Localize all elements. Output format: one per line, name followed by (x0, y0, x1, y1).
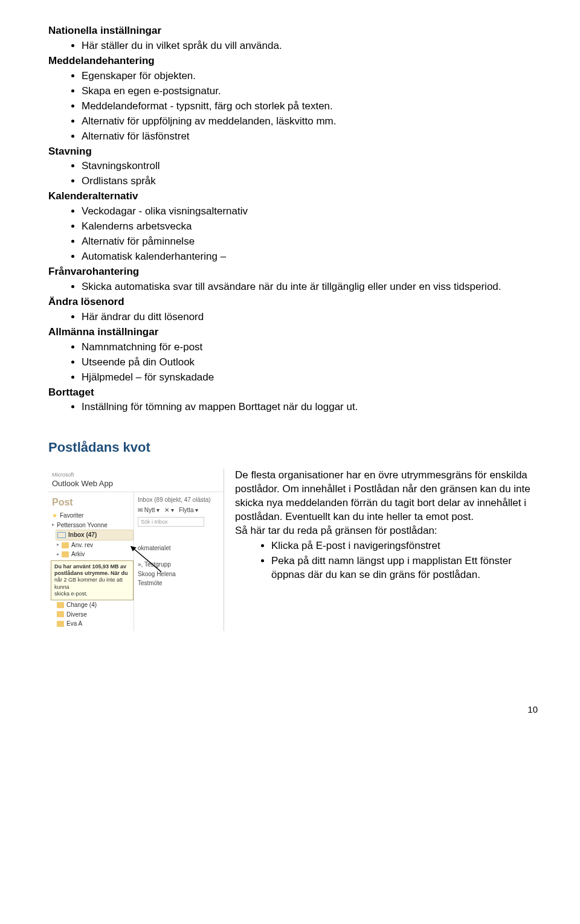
list-allmanna: Namnmatchning för e-post Utseende på din… (48, 341, 544, 385)
toolbar-new[interactable]: ✉ Nytt ▾ (138, 506, 160, 515)
folder-label: Anv. rev (71, 541, 93, 550)
inbox-label: Inbox (47) (68, 531, 97, 539)
tooltip-line: når 2 GB kommer du inte att kunna (54, 577, 123, 589)
folder-label: Arkiv (71, 550, 85, 559)
list-item: Veckodagar - olika visningsalternativ (82, 205, 544, 219)
list-item: Ordlistans språk (82, 175, 544, 188)
page-number: 10 (48, 704, 544, 716)
tooltip-line: postlådans utrymme. När du (54, 570, 128, 576)
folder-icon (57, 611, 64, 617)
list-item: Meddelandeformat - typsnitt, färg och st… (82, 100, 544, 114)
search-input[interactable]: Sök i Inbox (138, 517, 204, 527)
toolbar-move[interactable]: Flytta ▾ (179, 506, 198, 515)
tooltip-line: skicka e-post. (54, 591, 88, 597)
section-stavning: Stavning Stavningskontroll Ordlistans sp… (48, 145, 544, 189)
list-item: Alternativ för påminnelse (82, 235, 544, 249)
heading-losenord: Ändra lösenord (48, 295, 544, 309)
list-kalender: Veckodagar - olika visningsalternativ Ka… (48, 205, 544, 264)
section-kalender: Kalenderalternativ Veckodagar - olika vi… (48, 190, 544, 264)
caret-icon: ▸ (57, 542, 59, 548)
list-item[interactable]: okmaterialet (138, 544, 220, 553)
quota-tooltip: Du har använt 105,93 MB av postlådans ut… (51, 560, 134, 600)
heading-kalender: Kalenderalternativ (48, 190, 544, 204)
owa-logo-text: Outlook Web App (52, 478, 113, 489)
list-item: Namnmatchning för e-post (82, 341, 544, 355)
toolbar-delete[interactable]: ✕ ▾ (164, 506, 174, 515)
list-item: Kalenderns arbetsvecka (82, 220, 544, 234)
list-meddelande: Egenskaper för objekten. Skapa en egen e… (48, 69, 544, 144)
ms-logo-text: Microsoft (52, 471, 113, 478)
star-icon: ★ (52, 512, 57, 520)
list-nationella: Här ställer du in vilket språk du vill a… (48, 39, 544, 53)
section-meddelande: Meddelandehantering Egenskaper för objek… (48, 54, 544, 144)
section-borttaget: Borttaget Inställning för tömning av map… (48, 386, 544, 415)
folder-label: Change (4) (66, 601, 97, 609)
list-item: Klicka på E-post i navigeringsfönstret (271, 539, 544, 553)
folder-item[interactable]: Eva A (56, 619, 134, 629)
list-item: Egenskaper för objekten. (82, 69, 544, 83)
list-item: Inställning för tömning av mappen Bortta… (82, 400, 544, 414)
list-item: Utseende på din Outlook (82, 356, 544, 370)
list-item: Alternativ för uppföljning av meddelande… (82, 115, 544, 129)
user-node[interactable]: ▸ Pettersson Yvonne (51, 521, 134, 530)
list-item: Automatisk kalenderhantering – (82, 250, 544, 264)
folder-label: Diverse (66, 611, 87, 619)
list-item: Hjälpmedel – för synskadade (82, 371, 544, 385)
list-item[interactable]: Skoog Helena (138, 569, 220, 579)
kvot-description: De flesta organisationer har en övre utr… (235, 469, 544, 583)
section-losenord: Ändra lösenord Här ändrar du ditt löseno… (48, 295, 544, 324)
folder-item[interactable]: ▸Arkiv (56, 550, 134, 559)
favorites-label: Favoriter (60, 512, 83, 520)
heading-stavning: Stavning (48, 145, 544, 159)
list-franvaro: Skicka automatiska svar till avsändare n… (48, 280, 544, 294)
list-item[interactable]: », Testgrupp (138, 560, 220, 569)
heading-allmanna: Allmänna inställningar (48, 326, 544, 339)
folder-item[interactable]: ▸Anv. rev (56, 541, 134, 550)
outlook-screenshot: Microsoft Outlook Web App Post ★ Favorit… (48, 469, 224, 631)
folder-icon (57, 602, 64, 608)
folder-item[interactable]: Diverse (56, 610, 134, 620)
section-allmanna: Allmänna inställningar Namnmatchning för… (48, 326, 544, 385)
folder-icon (62, 542, 69, 548)
folder-label: Eva A (66, 620, 82, 628)
kvot-steps-list: Klicka på E-post i navigeringsfönstret P… (235, 539, 544, 582)
inbox-node[interactable]: Inbox (47) (56, 530, 134, 541)
section-nationella: Nationella inställningar Här ställer du … (48, 24, 544, 53)
heading-meddelande: Meddelandehantering (48, 54, 544, 68)
list-item: Här ställer du in vilket språk du vill a… (82, 39, 544, 53)
folder-icon (57, 621, 64, 627)
post-section-label: Post (51, 495, 134, 512)
heading-nationella: Nationella inställningar (48, 24, 544, 38)
list-item: Skapa en egen e-postsignatur. (82, 85, 544, 98)
folder-item[interactable]: Change (4) (56, 600, 134, 610)
list-item: Stavningskontroll (82, 159, 544, 173)
tooltip-line: Du har använt 105,93 MB av (54, 563, 126, 569)
list-item: Skicka automatiska svar till avsändare n… (82, 280, 544, 294)
favorites-item[interactable]: ★ Favoriter (51, 511, 134, 521)
list-losenord: Här ändrar du ditt lösenord (48, 310, 544, 324)
folder-icon (62, 551, 69, 557)
list-item: Peka på ditt namn längst upp i mapplista… (271, 554, 544, 582)
caret-icon: ▸ (57, 551, 59, 558)
list-stavning: Stavningskontroll Ordlistans språk (48, 159, 544, 188)
user-label: Pettersson Yvonne (57, 521, 108, 530)
kvot-paragraph-2: Så här tar du reda på gränsen för postlå… (235, 524, 544, 538)
heading-postladans-kvot: Postlådans kvot (48, 438, 544, 457)
list-item[interactable]: Testmöte (138, 579, 220, 588)
kvot-two-column: Microsoft Outlook Web App Post ★ Favorit… (48, 469, 544, 631)
kvot-paragraph-1: De flesta organisationer har en övre utr… (235, 469, 544, 524)
list-item: Här ändrar du ditt lösenord (82, 310, 544, 324)
list-borttaget: Inställning för tömning av mappen Bortta… (48, 400, 544, 414)
list-item: Alternativ för läsfönstret (82, 130, 544, 144)
inbox-header: Inbox (89 objekt, 47 olästa) (138, 495, 220, 505)
heading-franvaro: Frånvarohantering (48, 265, 544, 279)
caret-icon: ▸ (52, 522, 54, 528)
inbox-icon (57, 532, 66, 538)
heading-borttaget: Borttaget (48, 386, 544, 400)
section-franvaro: Frånvarohantering Skicka automatiska sva… (48, 265, 544, 294)
